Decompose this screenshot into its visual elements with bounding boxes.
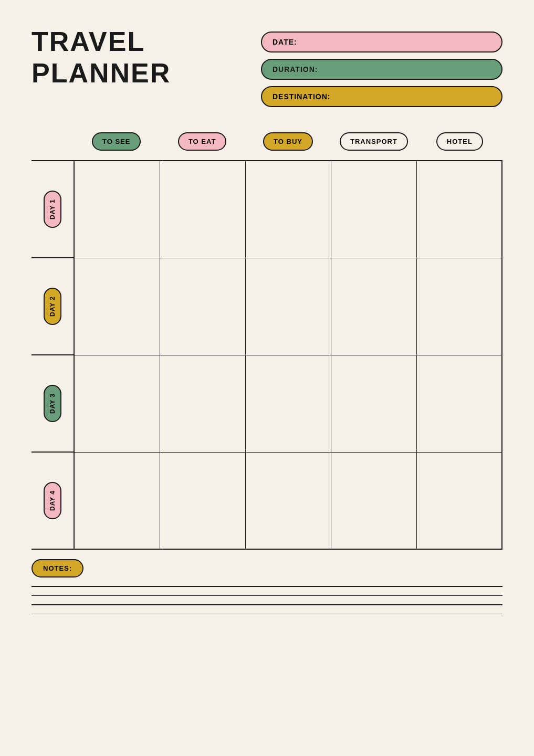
table-row [74, 452, 502, 549]
col-badge-to-see: TO SEE [92, 132, 141, 151]
day2-to-see[interactable] [74, 258, 160, 355]
page: TRAVEL PLANNER DATE: DURATION: DESTINATI… [0, 0, 534, 756]
day-labels: DAY 1 DAY 2 DAY 3 DAY 4 [32, 160, 74, 550]
col-badge-transport: TRANSPORT [340, 132, 408, 151]
day3-to-see[interactable] [74, 355, 160, 452]
notes-line-4 [32, 614, 502, 615]
col-header-transport: TRANSPORT [331, 128, 416, 155]
day2-to-eat[interactable] [160, 258, 245, 355]
column-headers: TO SEE TO EAT TO BUY TRANSPORT HOTEL [74, 128, 502, 155]
day4-hotel[interactable] [416, 452, 502, 549]
day3-hotel[interactable] [416, 355, 502, 452]
notes-lines [32, 586, 502, 614]
col-header-hotel: HOTEL [417, 128, 502, 155]
day1-badge: DAY 1 [44, 191, 61, 228]
col-badge-to-buy: TO BUY [263, 132, 313, 151]
col-header-to-see: TO SEE [74, 128, 159, 155]
date-label: DATE: [273, 38, 297, 46]
destination-label: DESTINATION: [273, 92, 331, 101]
day1-to-see[interactable] [74, 161, 160, 258]
day3-label-cell: DAY 3 [32, 354, 74, 452]
day4-badge: DAY 4 [44, 482, 61, 519]
day4-to-see[interactable] [74, 452, 160, 549]
page-title: TRAVEL PLANNER [32, 26, 171, 89]
notes-section: NOTES: [32, 559, 502, 614]
notes-line-3 [32, 604, 502, 605]
day2-hotel[interactable] [416, 258, 502, 355]
col-header-to-buy: TO BUY [245, 128, 331, 155]
day4-transport[interactable] [331, 452, 416, 549]
table-row [74, 258, 502, 355]
notes-badge: NOTES: [32, 559, 83, 578]
day2-label-cell: DAY 2 [32, 257, 74, 354]
day2-to-buy[interactable] [245, 258, 331, 355]
title-block: TRAVEL PLANNER [32, 26, 171, 89]
col-header-to-eat: TO EAT [159, 128, 245, 155]
day3-to-buy[interactable] [245, 355, 331, 452]
day2-badge: DAY 2 [44, 288, 61, 325]
table-row [74, 161, 502, 258]
day4-to-buy[interactable] [245, 452, 331, 549]
planner-grid [74, 160, 502, 550]
table-row [74, 355, 502, 452]
day1-to-buy[interactable] [245, 161, 331, 258]
header: TRAVEL PLANNER DATE: DURATION: DESTINATI… [32, 26, 502, 107]
date-field[interactable]: DATE: [261, 32, 502, 52]
destination-field[interactable]: DESTINATION: [261, 86, 502, 107]
day3-transport[interactable] [331, 355, 416, 452]
day3-badge: DAY 3 [44, 385, 61, 422]
day4-to-eat[interactable] [160, 452, 245, 549]
day1-label-cell: DAY 1 [32, 160, 74, 257]
day1-to-eat[interactable] [160, 161, 245, 258]
notes-line-1 [32, 586, 502, 587]
duration-field[interactable]: DURATION: [261, 59, 502, 80]
col-badge-hotel: HOTEL [436, 132, 483, 151]
day1-hotel[interactable] [416, 161, 502, 258]
grid-wrapper: DAY 1 DAY 2 DAY 3 DAY 4 [32, 160, 502, 550]
day4-label-cell: DAY 4 [32, 452, 74, 550]
fields-block: DATE: DURATION: DESTINATION: [261, 32, 502, 107]
notes-line-2 [32, 595, 502, 596]
col-badge-to-eat: TO EAT [178, 132, 226, 151]
day3-to-eat[interactable] [160, 355, 245, 452]
duration-label: DURATION: [273, 65, 318, 74]
day2-transport[interactable] [331, 258, 416, 355]
day1-transport[interactable] [331, 161, 416, 258]
